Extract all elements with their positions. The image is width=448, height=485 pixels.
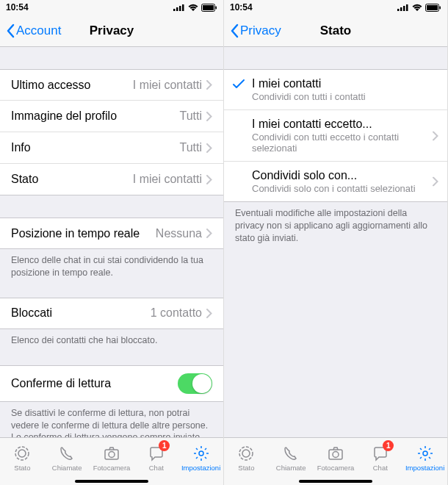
back-button[interactable]: Privacy (230, 24, 281, 38)
svg-rect-5 (203, 5, 214, 10)
chevron-right-icon (206, 80, 212, 90)
svg-rect-14 (403, 6, 405, 11)
tab-chat[interactable]: 1 Chat (134, 438, 178, 478)
home-indicator (224, 478, 447, 485)
svg-point-23 (423, 451, 427, 456)
svg-rect-12 (397, 9, 400, 11)
phone-icon (58, 445, 76, 462)
row-info[interactable]: Info Tutti (0, 132, 223, 164)
footer-conferme: Se disattivi le conferme di lettura, non… (0, 402, 223, 437)
nav-bar: Privacy Stato (224, 15, 447, 47)
status-icon (13, 445, 31, 462)
svg-point-10 (109, 451, 115, 457)
tab-chat[interactable]: 1 Chat (358, 438, 402, 478)
screen-privacy: 10:54 Account Privacy Ultimo accesso I m… (0, 0, 224, 485)
options-list[interactable]: I miei contatti Condividi con tutti i co… (224, 47, 447, 437)
camera-icon (327, 445, 344, 462)
footer-bloccati: Elenco dei contatti che hai bloccato. (0, 329, 223, 352)
svg-point-19 (239, 447, 253, 460)
svg-point-11 (199, 451, 203, 456)
svg-rect-3 (182, 4, 184, 11)
toggle-conferme[interactable] (178, 373, 212, 394)
svg-rect-1 (176, 7, 178, 11)
tab-stato[interactable]: Stato (0, 438, 45, 478)
tab-chiamate[interactable]: Chiamate (45, 438, 90, 478)
chevron-right-icon (206, 143, 212, 153)
option-condividi-solo[interactable]: Condividi solo con... Condividi solo con… (224, 162, 447, 202)
battery-icon (425, 4, 441, 12)
tab-bar: Stato Chiamate Fotocamera 1 Chat Imposta… (0, 437, 223, 478)
svg-rect-6 (216, 6, 217, 9)
chat-badge: 1 (159, 440, 170, 451)
back-label: Privacy (240, 24, 281, 38)
row-immagine-profilo[interactable]: Immagine del profilo Tutti (0, 101, 223, 132)
wifi-icon (188, 4, 198, 11)
row-ultimo-accesso[interactable]: Ultimo accesso I miei contatti (0, 69, 223, 101)
row-bloccati[interactable]: Bloccati 1 contatto (0, 298, 223, 329)
tab-bar: Stato Chiamate Fotocamera 1 Chat Imposta… (224, 437, 447, 478)
battery-icon (201, 4, 217, 12)
chevron-right-icon (206, 309, 212, 318)
signal-icon (397, 4, 409, 11)
svg-rect-15 (406, 4, 408, 11)
phone-icon (282, 445, 300, 462)
status-bar: 10:54 (0, 0, 223, 15)
signal-icon (173, 4, 185, 11)
tab-fotocamera[interactable]: Fotocamera (314, 438, 358, 478)
footer-note: Eventuali modifiche alle impostazioni de… (224, 202, 447, 250)
row-posizione[interactable]: Posizione in tempo reale Nessuna (0, 218, 223, 249)
settings-list[interactable]: Ultimo accesso I miei contatti Immagine … (0, 47, 223, 437)
status-time: 10:54 (230, 2, 274, 12)
option-miei-contatti[interactable]: I miei contatti Condividi con tutti i co… (224, 69, 447, 110)
chevron-left-icon (6, 24, 15, 38)
check-icon (233, 79, 245, 89)
svg-rect-13 (400, 7, 402, 11)
wifi-icon (412, 4, 422, 11)
row-conferme-lettura[interactable]: Conferme di lettura (0, 365, 223, 402)
chevron-right-icon (433, 177, 438, 187)
chevron-right-icon (206, 229, 212, 238)
svg-point-20 (242, 450, 250, 457)
svg-point-8 (18, 450, 26, 457)
back-button[interactable]: Account (6, 24, 61, 38)
chevron-right-icon (206, 175, 212, 184)
svg-rect-18 (440, 6, 441, 9)
tab-impostazioni[interactable]: Impostazioni (402, 438, 447, 478)
svg-rect-17 (427, 5, 438, 10)
home-indicator (0, 478, 223, 485)
tab-impostazioni[interactable]: Impostazioni (178, 438, 223, 478)
svg-rect-0 (173, 9, 176, 11)
screen-stato: 10:54 Privacy Stato I miei contatti Cond… (224, 0, 448, 485)
tab-stato[interactable]: Stato (224, 438, 269, 478)
tab-fotocamera[interactable]: Fotocamera (90, 438, 134, 478)
option-contatti-eccetto[interactable]: I miei contatti eccetto... Condividi con… (224, 110, 447, 162)
gear-icon (192, 445, 210, 462)
chevron-left-icon (230, 24, 239, 38)
footer-posizione: Elenco delle chat in cui stai condividen… (0, 249, 223, 284)
chevron-right-icon (433, 131, 438, 140)
svg-point-7 (15, 447, 29, 460)
status-time: 10:54 (6, 2, 50, 12)
svg-rect-2 (179, 6, 181, 11)
row-stato[interactable]: Stato I miei contatti (0, 164, 223, 195)
chat-badge: 1 (383, 440, 394, 451)
back-label: Account (16, 24, 61, 38)
status-bar: 10:54 (224, 0, 447, 15)
gear-icon (416, 445, 434, 462)
status-icon (237, 445, 255, 462)
svg-point-22 (333, 451, 339, 457)
nav-bar: Account Privacy (0, 15, 223, 47)
camera-icon (103, 445, 120, 462)
tab-chiamate[interactable]: Chiamate (269, 438, 314, 478)
chevron-right-icon (206, 112, 212, 121)
